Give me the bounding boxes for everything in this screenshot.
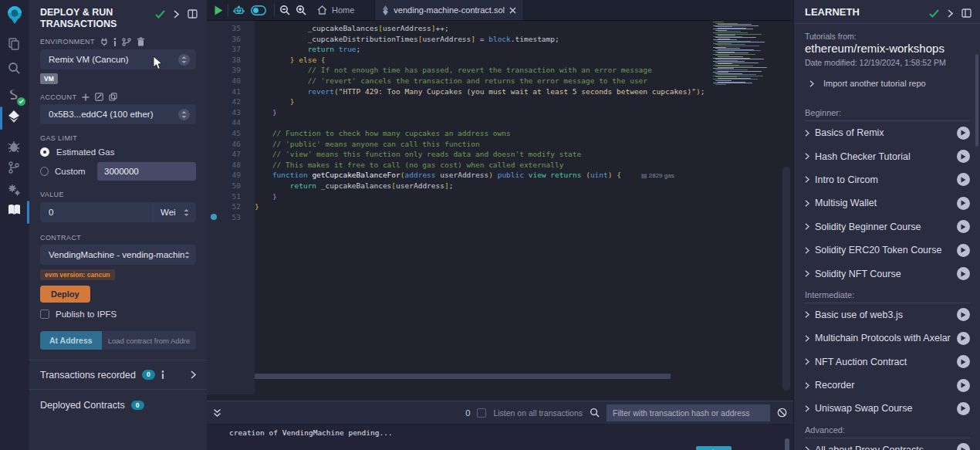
- play-tutorial-button[interactable]: [957, 267, 970, 280]
- transactions-expand-icon[interactable]: [191, 370, 196, 379]
- publish-ipfs-checkbox[interactable]: [40, 310, 49, 319]
- panel-chevron-right-icon[interactable]: [174, 10, 179, 19]
- terminal-scrollbar[interactable]: [785, 438, 789, 450]
- search-icon[interactable]: [7, 61, 22, 76]
- breakpoint-gutter[interactable]: [207, 107, 221, 118]
- editor-vertical-scrollbar[interactable]: [782, 167, 790, 391]
- breakpoint-gutter[interactable]: [207, 201, 221, 212]
- play-tutorial-button[interactable]: [957, 220, 970, 233]
- breakpoint-gutter[interactable]: [207, 117, 221, 128]
- play-tutorial-button[interactable]: [957, 308, 970, 321]
- play-tutorial-button[interactable]: [957, 150, 970, 163]
- learneth-chevron-right-icon[interactable]: [948, 9, 953, 18]
- breakpoint-gutter[interactable]: [207, 128, 221, 139]
- environment-select[interactable]: Remix VM (Cancun): [40, 49, 196, 69]
- play-tutorial-button[interactable]: [957, 244, 970, 257]
- code-editor[interactable]: 35 _cupcakeBalances[userAddress]++;36 _c…: [207, 21, 793, 394]
- zoom-in-icon[interactable]: [296, 5, 306, 15]
- play-tutorial-button[interactable]: [957, 402, 970, 415]
- breakpoint-gutter[interactable]: [207, 181, 221, 191]
- ai-toggle-switch[interactable]: [251, 5, 266, 15]
- estimated-gas-radio[interactable]: [40, 147, 49, 157]
- tutorial-item[interactable]: Solidity ERC20 Token Course: [794, 239, 980, 262]
- ai-assistant-icon[interactable]: [233, 5, 245, 16]
- remix-logo-icon[interactable]: [5, 5, 25, 25]
- value-input[interactable]: [40, 208, 153, 217]
- learneth-layout-icon[interactable]: [961, 8, 972, 18]
- tutorial-item[interactable]: Solidity NFT Course: [794, 262, 980, 285]
- terminal-filter-input[interactable]: [607, 404, 770, 421]
- panel-layout-icon[interactable]: [188, 9, 198, 19]
- breakpoint-gutter[interactable]: [207, 44, 221, 55]
- add-account-icon[interactable]: [82, 93, 90, 101]
- breakpoint-gutter[interactable]: [207, 149, 221, 160]
- home-tab[interactable]: Home: [317, 5, 354, 15]
- editor-minimap[interactable]: [711, 22, 781, 91]
- import-tutorial-repo[interactable]: Import another tutorial repo: [805, 79, 970, 88]
- at-address-button[interactable]: At Address: [40, 331, 102, 350]
- tutorial-item[interactable]: All about Proxy Contracts: [794, 438, 980, 450]
- tutorial-item[interactable]: Recorder: [794, 374, 980, 397]
- terminal-collapse-icon[interactable]: [213, 408, 221, 418]
- play-tutorial-button[interactable]: [957, 443, 970, 450]
- account-select[interactable]: 0x5B3...eddC4 (100 ether): [40, 104, 196, 124]
- editor-horizontal-scrollbar[interactable]: [255, 374, 671, 379]
- breakpoint-gutter[interactable]: [207, 23, 221, 34]
- tutorial-item[interactable]: Intro to Circom: [794, 168, 980, 191]
- tutorial-item[interactable]: Basics of Remix: [794, 121, 980, 144]
- play-tutorial-button[interactable]: [957, 127, 970, 140]
- tutorial-item[interactable]: Basic use of web3.js: [794, 303, 980, 327]
- breakpoint-gutter[interactable]: [207, 191, 221, 202]
- terminal-search-icon[interactable]: [590, 408, 600, 418]
- tutorial-item[interactable]: Uniswap Swap Course: [794, 397, 980, 420]
- breakpoint-dot[interactable]: [207, 212, 221, 223]
- file-explorer-icon[interactable]: [7, 37, 22, 52]
- breakpoint-gutter[interactable]: [207, 86, 221, 97]
- tutorial-item[interactable]: Hash Checker Tutorial: [794, 144, 980, 167]
- breakpoint-gutter[interactable]: [207, 34, 221, 45]
- fork-state-icon[interactable]: [122, 38, 131, 46]
- breakpoint-gutter[interactable]: [207, 160, 221, 171]
- learneth-book-icon[interactable]: [7, 203, 22, 218]
- tutorial-item[interactable]: Solidity Beginner Course: [794, 215, 980, 239]
- play-tutorial-button[interactable]: [957, 379, 970, 392]
- debug-button[interactable]: Debug: [696, 446, 732, 450]
- custom-gas-input[interactable]: [97, 162, 196, 181]
- tutorial-item[interactable]: NFT Auction Contract: [794, 350, 980, 374]
- tutorial-item[interactable]: Multisig Wallet: [794, 191, 980, 215]
- trash-icon[interactable]: [137, 37, 145, 46]
- breakpoint-gutter[interactable]: [207, 170, 221, 181]
- breakpoint-gutter[interactable]: [207, 139, 221, 150]
- deploy-button[interactable]: Deploy: [40, 286, 90, 303]
- transactions-info-icon[interactable]: [161, 370, 164, 379]
- contract-select[interactable]: VendingMachine - vending-machin: [40, 245, 196, 265]
- listen-transactions-checkbox[interactable]: [477, 408, 486, 418]
- git-icon[interactable]: [7, 161, 22, 176]
- debugger-icon[interactable]: [7, 140, 22, 155]
- transactions-recorded-row[interactable]: Transactions recorded 0: [29, 360, 207, 390]
- value-unit-select[interactable]: Wei: [153, 202, 196, 222]
- info-icon[interactable]: [113, 38, 117, 46]
- deploy-run-icon[interactable]: [7, 110, 22, 125]
- play-tutorial-button[interactable]: [957, 355, 970, 368]
- play-tutorial-button[interactable]: [957, 173, 970, 186]
- copy-account-icon[interactable]: [109, 93, 117, 101]
- plug-icon[interactable]: [100, 38, 108, 46]
- breakpoint-gutter[interactable]: [207, 76, 221, 86]
- file-tab[interactable]: vending-machine-contract.sol: [374, 0, 524, 20]
- play-tutorial-button[interactable]: [957, 197, 970, 210]
- learneth-scrollbar[interactable]: [975, 54, 978, 147]
- breakpoint-gutter[interactable]: [207, 96, 221, 107]
- run-script-icon[interactable]: [215, 5, 223, 15]
- terminal-clear-icon[interactable]: [777, 408, 787, 418]
- zoom-out-icon[interactable]: [279, 5, 290, 15]
- sign-message-icon[interactable]: [95, 93, 103, 101]
- close-tab-icon[interactable]: [509, 7, 516, 14]
- tutorial-item[interactable]: Multichain Protocols with Axelar: [794, 327, 980, 350]
- plugin-manager-icon[interactable]: [7, 183, 22, 198]
- breakpoint-gutter[interactable]: [207, 65, 221, 76]
- at-address-input[interactable]: [102, 331, 196, 350]
- custom-gas-radio[interactable]: [40, 167, 49, 176]
- breakpoint-gutter[interactable]: [207, 55, 221, 66]
- play-tutorial-button[interactable]: [957, 332, 970, 345]
